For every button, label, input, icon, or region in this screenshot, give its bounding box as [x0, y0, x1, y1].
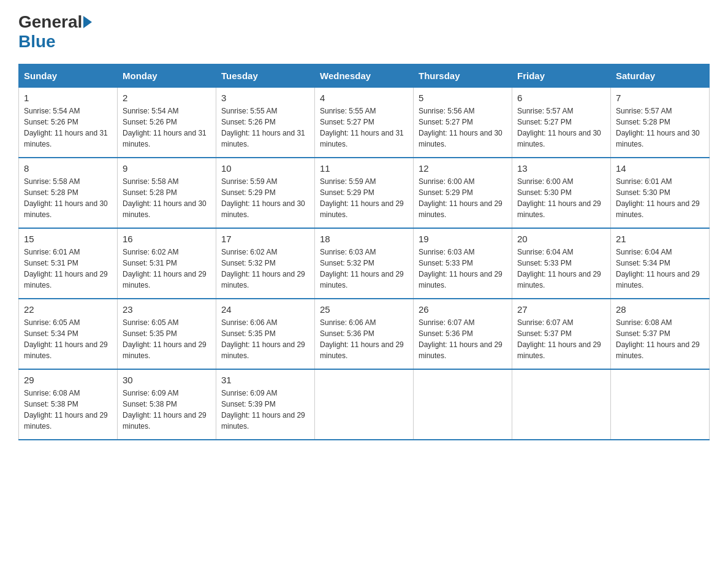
calendar-week-row: 22 Sunrise: 6:05 AM Sunset: 5:34 PM Dayl…	[19, 299, 710, 369]
calendar-cell: 2 Sunrise: 5:54 AM Sunset: 5:26 PM Dayli…	[118, 88, 216, 158]
day-number: 1	[24, 93, 112, 103]
calendar-cell: 18 Sunrise: 6:03 AM Sunset: 5:32 PM Dayl…	[315, 228, 414, 299]
calendar-week-row: 8 Sunrise: 5:58 AM Sunset: 5:28 PM Dayli…	[19, 158, 710, 228]
day-number: 31	[221, 375, 309, 385]
day-number: 10	[221, 163, 309, 174]
calendar-cell: 26 Sunrise: 6:07 AM Sunset: 5:36 PM Dayl…	[414, 299, 512, 369]
calendar-cell: 27 Sunrise: 6:07 AM Sunset: 5:37 PM Dayl…	[512, 299, 611, 369]
day-info: Sunrise: 6:03 AM Sunset: 5:32 PM Dayligh…	[320, 247, 408, 291]
day-info: Sunrise: 6:02 AM Sunset: 5:31 PM Dayligh…	[123, 247, 211, 291]
day-info: Sunrise: 5:59 AM Sunset: 5:29 PM Dayligh…	[320, 176, 408, 220]
calendar-cell: 15 Sunrise: 6:01 AM Sunset: 5:31 PM Dayl…	[19, 228, 118, 299]
day-info: Sunrise: 6:04 AM Sunset: 5:33 PM Dayligh…	[517, 247, 605, 291]
calendar-cell: 23 Sunrise: 6:05 AM Sunset: 5:35 PM Dayl…	[118, 299, 216, 369]
day-number: 12	[419, 163, 507, 174]
calendar-cell: 24 Sunrise: 6:06 AM Sunset: 5:35 PM Dayl…	[216, 299, 315, 369]
day-number: 16	[123, 234, 211, 244]
header-thursday: Thursday	[414, 64, 512, 88]
day-info: Sunrise: 6:05 AM Sunset: 5:34 PM Dayligh…	[24, 317, 112, 361]
day-number: 19	[419, 234, 507, 244]
header-monday: Monday	[118, 64, 216, 88]
day-number: 23	[123, 304, 211, 315]
calendar-cell: 8 Sunrise: 5:58 AM Sunset: 5:28 PM Dayli…	[19, 158, 118, 228]
day-info: Sunrise: 6:03 AM Sunset: 5:33 PM Dayligh…	[419, 247, 507, 291]
calendar-cell	[414, 369, 512, 440]
day-number: 28	[616, 304, 704, 315]
calendar-cell: 16 Sunrise: 6:02 AM Sunset: 5:31 PM Dayl…	[118, 228, 216, 299]
day-info: Sunrise: 6:08 AM Sunset: 5:37 PM Dayligh…	[616, 317, 704, 361]
calendar-cell: 1 Sunrise: 5:54 AM Sunset: 5:26 PM Dayli…	[19, 88, 118, 158]
calendar-cell	[315, 369, 414, 440]
day-info: Sunrise: 6:09 AM Sunset: 5:38 PM Dayligh…	[123, 388, 211, 432]
header-tuesday: Tuesday	[216, 64, 315, 88]
calendar-header-row: SundayMondayTuesdayWednesdayThursdayFrid…	[19, 64, 710, 88]
day-number: 2	[123, 93, 211, 103]
calendar-cell: 10 Sunrise: 5:59 AM Sunset: 5:29 PM Dayl…	[216, 158, 315, 228]
day-info: Sunrise: 5:58 AM Sunset: 5:28 PM Dayligh…	[123, 176, 211, 220]
header-sunday: Sunday	[19, 64, 118, 88]
day-number: 7	[616, 93, 704, 103]
logo: General	[18, 12, 93, 32]
day-info: Sunrise: 6:08 AM Sunset: 5:38 PM Dayligh…	[24, 388, 112, 432]
day-info: Sunrise: 5:54 AM Sunset: 5:26 PM Dayligh…	[123, 105, 211, 150]
calendar-week-row: 1 Sunrise: 5:54 AM Sunset: 5:26 PM Dayli…	[19, 88, 710, 158]
calendar-cell: 6 Sunrise: 5:57 AM Sunset: 5:27 PM Dayli…	[512, 88, 611, 158]
day-number: 5	[419, 93, 507, 103]
day-number: 24	[221, 304, 309, 315]
calendar-cell: 13 Sunrise: 6:00 AM Sunset: 5:30 PM Dayl…	[512, 158, 611, 228]
day-number: 26	[419, 304, 507, 315]
day-info: Sunrise: 5:56 AM Sunset: 5:27 PM Dayligh…	[419, 105, 507, 150]
day-number: 3	[221, 93, 309, 103]
day-number: 14	[616, 163, 704, 174]
logo-blue-line: Blue	[18, 32, 56, 52]
calendar-cell: 20 Sunrise: 6:04 AM Sunset: 5:33 PM Dayl…	[512, 228, 611, 299]
calendar-cell: 19 Sunrise: 6:03 AM Sunset: 5:33 PM Dayl…	[414, 228, 512, 299]
day-info: Sunrise: 5:59 AM Sunset: 5:29 PM Dayligh…	[221, 176, 309, 220]
day-info: Sunrise: 6:06 AM Sunset: 5:35 PM Dayligh…	[221, 317, 309, 361]
day-info: Sunrise: 6:02 AM Sunset: 5:32 PM Dayligh…	[221, 247, 309, 291]
day-info: Sunrise: 6:01 AM Sunset: 5:31 PM Dayligh…	[24, 247, 112, 291]
header-friday: Friday	[512, 64, 611, 88]
day-info: Sunrise: 6:00 AM Sunset: 5:30 PM Dayligh…	[517, 176, 605, 220]
day-number: 18	[320, 234, 408, 244]
day-number: 4	[320, 93, 408, 103]
page-header: General Blue	[18, 12, 710, 52]
calendar-cell: 21 Sunrise: 6:04 AM Sunset: 5:34 PM Dayl…	[611, 228, 710, 299]
day-info: Sunrise: 5:55 AM Sunset: 5:26 PM Dayligh…	[221, 105, 309, 150]
day-info: Sunrise: 6:07 AM Sunset: 5:37 PM Dayligh…	[517, 317, 605, 361]
day-number: 20	[517, 234, 605, 244]
calendar-cell: 22 Sunrise: 6:05 AM Sunset: 5:34 PM Dayl…	[19, 299, 118, 369]
day-info: Sunrise: 6:04 AM Sunset: 5:34 PM Dayligh…	[616, 247, 704, 291]
day-info: Sunrise: 6:09 AM Sunset: 5:39 PM Dayligh…	[221, 388, 309, 432]
day-info: Sunrise: 6:07 AM Sunset: 5:36 PM Dayligh…	[419, 317, 507, 361]
day-info: Sunrise: 5:57 AM Sunset: 5:28 PM Dayligh…	[616, 105, 704, 150]
day-number: 27	[517, 304, 605, 315]
calendar-cell: 14 Sunrise: 6:01 AM Sunset: 5:30 PM Dayl…	[611, 158, 710, 228]
header-saturday: Saturday	[611, 64, 710, 88]
calendar-cell	[611, 369, 710, 440]
day-number: 6	[517, 93, 605, 103]
calendar-cell: 25 Sunrise: 6:06 AM Sunset: 5:36 PM Dayl…	[315, 299, 414, 369]
day-number: 29	[24, 375, 112, 385]
calendar-week-row: 15 Sunrise: 6:01 AM Sunset: 5:31 PM Dayl…	[19, 228, 710, 299]
day-info: Sunrise: 5:57 AM Sunset: 5:27 PM Dayligh…	[517, 105, 605, 150]
day-number: 30	[123, 375, 211, 385]
day-info: Sunrise: 6:06 AM Sunset: 5:36 PM Dayligh…	[320, 317, 408, 361]
calendar-cell: 31 Sunrise: 6:09 AM Sunset: 5:39 PM Dayl…	[216, 369, 315, 440]
calendar-cell	[512, 369, 611, 440]
calendar-cell: 5 Sunrise: 5:56 AM Sunset: 5:27 PM Dayli…	[414, 88, 512, 158]
day-info: Sunrise: 5:58 AM Sunset: 5:28 PM Dayligh…	[24, 176, 112, 220]
calendar-cell: 30 Sunrise: 6:09 AM Sunset: 5:38 PM Dayl…	[118, 369, 216, 440]
day-info: Sunrise: 6:05 AM Sunset: 5:35 PM Dayligh…	[123, 317, 211, 361]
calendar-cell: 4 Sunrise: 5:55 AM Sunset: 5:27 PM Dayli…	[315, 88, 414, 158]
day-info: Sunrise: 5:54 AM Sunset: 5:26 PM Dayligh…	[24, 105, 112, 150]
logo-blue-text: Blue	[18, 32, 56, 51]
logo-general-text: General	[18, 12, 82, 32]
day-number: 25	[320, 304, 408, 315]
calendar-cell: 3 Sunrise: 5:55 AM Sunset: 5:26 PM Dayli…	[216, 88, 315, 158]
calendar-week-row: 29 Sunrise: 6:08 AM Sunset: 5:38 PM Dayl…	[19, 369, 710, 440]
logo-arrow-icon	[83, 16, 92, 28]
calendar-cell: 9 Sunrise: 5:58 AM Sunset: 5:28 PM Dayli…	[118, 158, 216, 228]
day-number: 13	[517, 163, 605, 174]
calendar-cell: 29 Sunrise: 6:08 AM Sunset: 5:38 PM Dayl…	[19, 369, 118, 440]
